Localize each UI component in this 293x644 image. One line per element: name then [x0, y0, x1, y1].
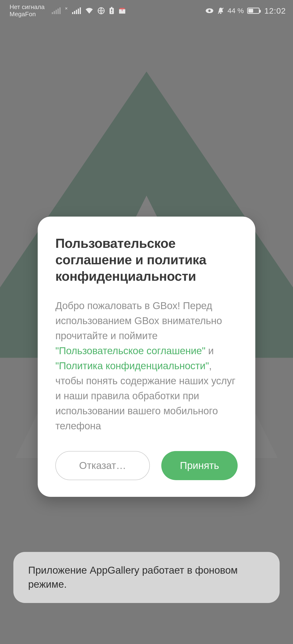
- battery-alert-icon: [109, 7, 114, 14]
- decline-button[interactable]: Отказат…: [55, 451, 150, 480]
- status-bar: Нет сигнала MegaFon ×: [0, 0, 293, 22]
- wifi-icon: [85, 8, 93, 14]
- status-left: Нет сигнала MegaFon ×: [10, 4, 126, 18]
- svg-rect-7: [122, 9, 123, 11]
- privacy-policy-link[interactable]: "Политика конфиденциальности": [55, 360, 209, 371]
- agreement-dialog: Пользовательское соглашение и политика к…: [38, 216, 255, 497]
- package-icon: [118, 8, 126, 14]
- svg-point-8: [208, 10, 211, 12]
- signal-strong-icon: [72, 8, 81, 14]
- dialog-body: Добро пожаловать в GBox! Перед использов…: [55, 298, 238, 434]
- decline-button-label: Отказат…: [79, 460, 126, 471]
- battery-percent: 44 %: [228, 7, 244, 15]
- bell-mute-icon: [217, 7, 224, 14]
- carrier-line2: MegaFon: [10, 11, 44, 18]
- svg-rect-4: [111, 12, 112, 13]
- svg-rect-3: [111, 9, 112, 12]
- signal-x-icon: ×: [65, 6, 68, 11]
- svg-point-9: [220, 12, 222, 14]
- globe-icon: [98, 7, 105, 14]
- background-app-toast: Приложение AppGallery работает в фоновом…: [13, 552, 280, 603]
- status-icons-left: ×: [52, 7, 126, 14]
- dialog-text-pre: Добро пожаловать в GBox! Перед использов…: [55, 300, 222, 341]
- battery-icon: [247, 8, 260, 14]
- dialog-title: Пользовательское соглашение и политика к…: [55, 235, 238, 284]
- svg-marker-6: [119, 8, 125, 9]
- eye-icon: [205, 8, 214, 14]
- accept-button[interactable]: Принять: [161, 451, 238, 480]
- accept-button-label: Принять: [180, 460, 219, 471]
- signal-weak-icon: [52, 8, 60, 14]
- carrier-line1: Нет сигнала: [10, 4, 44, 11]
- toast-text: Приложение AppGallery работает в фоновом…: [28, 564, 238, 590]
- carrier-label: Нет сигнала MegaFon: [10, 4, 44, 18]
- svg-rect-2: [111, 7, 112, 8]
- dialog-buttons: Отказат… Принять: [55, 451, 238, 480]
- user-agreement-link[interactable]: "Пользовательское соглашение": [55, 345, 206, 356]
- clock: 12:02: [264, 6, 286, 16]
- dialog-text-and: и: [206, 345, 214, 356]
- status-right: 44 % 12:02: [205, 6, 286, 16]
